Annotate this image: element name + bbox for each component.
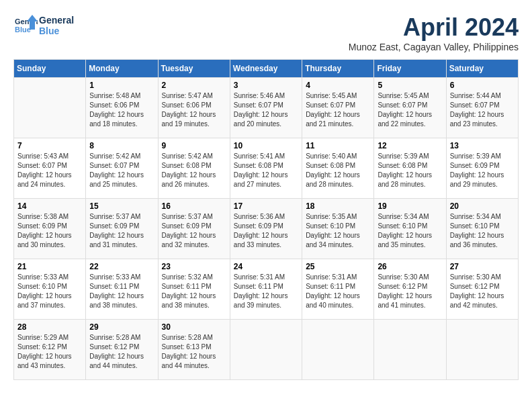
month-title: April 2024 xyxy=(349,13,519,42)
day-number: 8 xyxy=(89,141,154,150)
day-info: Sunrise: 5:33 AMSunset: 6:10 PMDaylight:… xyxy=(17,273,82,310)
day-info: Sunrise: 5:42 AMSunset: 6:08 PMDaylight:… xyxy=(162,152,226,189)
day-number: 4 xyxy=(306,81,370,90)
day-info: Sunrise: 5:39 AMSunset: 6:09 PMDaylight:… xyxy=(450,152,515,189)
day-number: 25 xyxy=(306,262,370,271)
day-info: Sunrise: 5:45 AMSunset: 6:07 PMDaylight:… xyxy=(378,91,442,129)
calendar-cell: 11Sunrise: 5:40 AMSunset: 6:08 PMDayligh… xyxy=(302,138,374,199)
week-row: 14Sunrise: 5:38 AMSunset: 6:09 PMDayligh… xyxy=(14,199,519,259)
title-area: April 2024 Munoz East, Cagayan Valley, P… xyxy=(349,13,519,52)
calendar-cell xyxy=(374,320,446,380)
calendar-cell: 17Sunrise: 5:36 AMSunset: 6:09 PMDayligh… xyxy=(230,199,302,259)
calendar-cell: 4Sunrise: 5:45 AMSunset: 6:07 PMDaylight… xyxy=(302,78,374,138)
day-number: 1 xyxy=(89,81,154,90)
day-number: 12 xyxy=(378,141,442,150)
calendar-cell: 8Sunrise: 5:42 AMSunset: 6:07 PMDaylight… xyxy=(86,138,158,199)
day-number: 20 xyxy=(450,201,515,211)
day-info: Sunrise: 5:34 AMSunset: 6:10 PMDaylight:… xyxy=(450,212,515,250)
logo: General Blue General Blue xyxy=(13,13,74,38)
day-info: Sunrise: 5:32 AMSunset: 6:11 PMDaylight:… xyxy=(162,273,226,310)
day-info: Sunrise: 5:41 AMSunset: 6:08 PMDaylight:… xyxy=(234,152,298,189)
calendar-cell: 6Sunrise: 5:44 AMSunset: 6:07 PMDaylight… xyxy=(446,78,518,138)
calendar-cell xyxy=(302,320,374,380)
day-info: Sunrise: 5:37 AMSunset: 6:09 PMDaylight:… xyxy=(162,212,226,250)
day-number: 17 xyxy=(234,201,298,211)
calendar-cell xyxy=(14,78,86,138)
day-info: Sunrise: 5:28 AMSunset: 6:13 PMDaylight:… xyxy=(162,333,226,371)
day-info: Sunrise: 5:46 AMSunset: 6:07 PMDaylight:… xyxy=(234,91,298,129)
svg-text:Blue: Blue xyxy=(15,26,31,34)
calendar-cell: 24Sunrise: 5:31 AMSunset: 6:11 PMDayligh… xyxy=(230,259,302,320)
header: General Blue General Blue April 2024 Mun… xyxy=(13,13,519,52)
day-number: 21 xyxy=(17,262,82,271)
week-row: 21Sunrise: 5:33 AMSunset: 6:10 PMDayligh… xyxy=(14,259,519,320)
day-info: Sunrise: 5:45 AMSunset: 6:07 PMDaylight:… xyxy=(306,91,370,129)
day-info: Sunrise: 5:29 AMSunset: 6:12 PMDaylight:… xyxy=(17,333,82,371)
calendar-cell: 21Sunrise: 5:33 AMSunset: 6:10 PMDayligh… xyxy=(14,259,86,320)
calendar-cell: 15Sunrise: 5:37 AMSunset: 6:09 PMDayligh… xyxy=(86,199,158,259)
day-info: Sunrise: 5:34 AMSunset: 6:10 PMDaylight:… xyxy=(378,212,442,250)
calendar-cell: 16Sunrise: 5:37 AMSunset: 6:09 PMDayligh… xyxy=(158,199,230,259)
day-info: Sunrise: 5:44 AMSunset: 6:07 PMDaylight:… xyxy=(450,91,515,129)
calendar-cell: 18Sunrise: 5:35 AMSunset: 6:10 PMDayligh… xyxy=(302,199,374,259)
location-title: Munoz East, Cagayan Valley, Philippines xyxy=(349,42,519,52)
day-number: 6 xyxy=(450,81,515,90)
day-info: Sunrise: 5:30 AMSunset: 6:12 PMDaylight:… xyxy=(378,273,442,310)
day-info: Sunrise: 5:31 AMSunset: 6:11 PMDaylight:… xyxy=(306,273,370,310)
calendar-cell: 30Sunrise: 5:28 AMSunset: 6:13 PMDayligh… xyxy=(158,320,230,380)
day-number: 7 xyxy=(17,141,82,150)
calendar-cell: 20Sunrise: 5:34 AMSunset: 6:10 PMDayligh… xyxy=(446,199,518,259)
calendar-cell: 9Sunrise: 5:42 AMSunset: 6:08 PMDaylight… xyxy=(158,138,230,199)
day-info: Sunrise: 5:28 AMSunset: 6:12 PMDaylight:… xyxy=(89,333,154,371)
day-number: 28 xyxy=(17,322,82,332)
weekday-header-monday: Monday xyxy=(86,60,158,78)
calendar-cell xyxy=(230,320,302,380)
weekday-header-wednesday: Wednesday xyxy=(230,60,302,78)
calendar-cell: 14Sunrise: 5:38 AMSunset: 6:09 PMDayligh… xyxy=(14,199,86,259)
calendar-cell: 7Sunrise: 5:43 AMSunset: 6:07 PMDaylight… xyxy=(14,138,86,199)
day-info: Sunrise: 5:31 AMSunset: 6:11 PMDaylight:… xyxy=(234,273,298,310)
weekday-header-friday: Friday xyxy=(374,60,446,78)
day-number: 9 xyxy=(162,141,226,150)
day-number: 30 xyxy=(162,322,226,332)
day-info: Sunrise: 5:43 AMSunset: 6:07 PMDaylight:… xyxy=(17,152,82,189)
calendar-cell: 13Sunrise: 5:39 AMSunset: 6:09 PMDayligh… xyxy=(446,138,518,199)
day-number: 13 xyxy=(450,141,515,150)
day-info: Sunrise: 5:40 AMSunset: 6:08 PMDaylight:… xyxy=(306,152,370,189)
weekday-header-sunday: Sunday xyxy=(14,60,86,78)
logo-text-general: General xyxy=(39,15,74,26)
weekday-header-tuesday: Tuesday xyxy=(158,60,230,78)
day-info: Sunrise: 5:33 AMSunset: 6:11 PMDaylight:… xyxy=(89,273,154,310)
weekday-header-thursday: Thursday xyxy=(302,60,374,78)
calendar-cell: 26Sunrise: 5:30 AMSunset: 6:12 PMDayligh… xyxy=(374,259,446,320)
calendar-cell: 28Sunrise: 5:29 AMSunset: 6:12 PMDayligh… xyxy=(14,320,86,380)
calendar-cell: 5Sunrise: 5:45 AMSunset: 6:07 PMDaylight… xyxy=(374,78,446,138)
calendar-cell: 27Sunrise: 5:30 AMSunset: 6:12 PMDayligh… xyxy=(446,259,518,320)
day-number: 19 xyxy=(378,201,442,211)
day-info: Sunrise: 5:48 AMSunset: 6:06 PMDaylight:… xyxy=(89,91,154,129)
day-number: 16 xyxy=(162,201,226,211)
day-info: Sunrise: 5:47 AMSunset: 6:06 PMDaylight:… xyxy=(162,91,226,129)
day-info: Sunrise: 5:30 AMSunset: 6:12 PMDaylight:… xyxy=(450,273,515,310)
calendar-cell: 3Sunrise: 5:46 AMSunset: 6:07 PMDaylight… xyxy=(230,78,302,138)
calendar-cell: 23Sunrise: 5:32 AMSunset: 6:11 PMDayligh… xyxy=(158,259,230,320)
day-number: 27 xyxy=(450,262,515,271)
weekday-header-saturday: Saturday xyxy=(446,60,518,78)
day-info: Sunrise: 5:37 AMSunset: 6:09 PMDaylight:… xyxy=(89,212,154,250)
day-number: 11 xyxy=(306,141,370,150)
day-info: Sunrise: 5:42 AMSunset: 6:07 PMDaylight:… xyxy=(89,152,154,189)
day-info: Sunrise: 5:39 AMSunset: 6:08 PMDaylight:… xyxy=(378,152,442,189)
calendar-cell: 29Sunrise: 5:28 AMSunset: 6:12 PMDayligh… xyxy=(86,320,158,380)
day-number: 2 xyxy=(162,81,226,90)
day-number: 26 xyxy=(378,262,442,271)
calendar: SundayMondayTuesdayWednesdayThursdayFrid… xyxy=(13,59,519,380)
day-number: 24 xyxy=(234,262,298,271)
calendar-header-row: SundayMondayTuesdayWednesdayThursdayFrid… xyxy=(14,60,519,78)
day-info: Sunrise: 5:38 AMSunset: 6:09 PMDaylight:… xyxy=(17,212,82,250)
day-number: 10 xyxy=(234,141,298,150)
calendar-cell: 12Sunrise: 5:39 AMSunset: 6:08 PMDayligh… xyxy=(374,138,446,199)
day-number: 14 xyxy=(17,201,82,211)
day-number: 3 xyxy=(234,81,298,90)
calendar-cell xyxy=(446,320,518,380)
logo-icon: General Blue xyxy=(13,13,38,38)
